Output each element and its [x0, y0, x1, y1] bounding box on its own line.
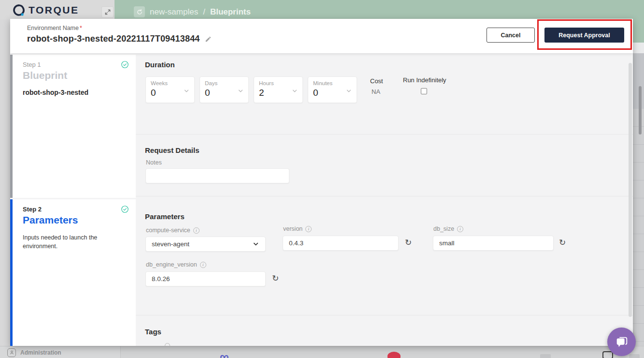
- request-details-section: Request Details Notes: [136, 135, 633, 196]
- info-icon[interactable]: i: [193, 227, 200, 234]
- request-details-heading: Request Details: [145, 146, 200, 154]
- info-icon[interactable]: i: [200, 262, 206, 268]
- reset-db-size-icon[interactable]: ↻: [559, 239, 566, 247]
- step-2-title: Parameters: [23, 214, 78, 226]
- administration-label: Administration: [20, 349, 61, 356]
- info-icon[interactable]: i: [305, 226, 312, 232]
- environment-name-label: Environment Name*: [27, 25, 82, 31]
- sidebar-item-administration[interactable]: Administration: [0, 346, 121, 358]
- modal-content: Duration Weeks 0 Days 0 Hours 2 M: [136, 53, 633, 346]
- compute-service-label: compute-service i: [146, 227, 200, 234]
- launch-environment-modal: Environment Name* robot-shop-3-nested-20…: [10, 19, 633, 346]
- background-table-strip: [633, 19, 644, 358]
- breadcrumb-page[interactable]: Blueprints: [210, 7, 251, 17]
- brand-area: TORQUE: [0, 0, 114, 19]
- hours-select[interactable]: Hours 2: [254, 76, 303, 103]
- step-1-label: Step 1: [23, 61, 41, 68]
- tags-heading: Tags: [145, 328, 161, 336]
- step-complete-check-icon: [121, 205, 129, 215]
- step-complete-check-icon: [121, 60, 129, 71]
- weeks-select[interactable]: Weeks 0: [145, 76, 195, 103]
- step-1-blueprint-card[interactable]: Step 1 Blueprint robot-shop-3-nested: [10, 55, 136, 198]
- duration-heading: Duration: [145, 60, 175, 69]
- db-size-input[interactable]: [433, 236, 554, 251]
- breadcrumb-separator: /: [203, 7, 205, 17]
- step-1-blueprint-name: robot-shop-3-nested: [23, 89, 88, 96]
- background-bottom-strip: Administration ∞: [0, 346, 644, 358]
- notes-label: Notes: [146, 159, 162, 166]
- cost-value: NA: [372, 88, 380, 95]
- top-bar: TORQUE new-samples / Blueprints: [0, 0, 644, 19]
- chevron-down-icon: [183, 88, 190, 96]
- run-indefinitely-checkbox[interactable]: [421, 88, 427, 94]
- step-2-description: Inputs needed to launch the environment.: [23, 233, 119, 251]
- parameters-heading: Parameters: [145, 212, 185, 221]
- minutes-select[interactable]: Minutes 0: [308, 76, 357, 103]
- step-1-title: Blueprint: [23, 70, 67, 81]
- reset-version-icon[interactable]: ↻: [405, 239, 412, 247]
- chevron-down-icon: [345, 88, 352, 96]
- cancel-button[interactable]: Cancel: [487, 28, 535, 43]
- duration-section: Duration Weeks 0 Days 0 Hours 2 M: [136, 53, 633, 134]
- version-label: version i: [283, 225, 312, 232]
- reset-db-engine-version-icon[interactable]: ↻: [272, 274, 279, 283]
- torque-q-icon: [13, 4, 25, 16]
- background-infinity-icon: ∞: [220, 349, 229, 358]
- tags-info-icon: [165, 343, 170, 346]
- step-2-label: Step 2: [23, 206, 42, 213]
- chevron-down-icon: [252, 240, 259, 248]
- info-icon[interactable]: i: [457, 226, 463, 232]
- background-left-strip: [0, 19, 10, 346]
- administration-person-icon: [7, 348, 16, 357]
- step-2-parameters-card[interactable]: Step 2 Parameters Inputs needed to launc…: [10, 199, 136, 346]
- tags-section: Tags: [136, 316, 633, 346]
- run-indefinitely-label: Run Indefinitely: [403, 76, 446, 84]
- screen: TORQUE new-samples / Blueprints: [0, 0, 644, 358]
- edit-pencil-icon[interactable]: [205, 36, 212, 43]
- cost-label: Cost: [370, 77, 383, 85]
- version-input[interactable]: [283, 236, 399, 251]
- chevron-down-icon: [291, 88, 298, 96]
- db-engine-version-label: db_engine_version i: [146, 261, 206, 268]
- logo-text: TORQUE: [29, 4, 79, 16]
- request-approval-button[interactable]: Request Approval: [544, 28, 624, 43]
- modal-scrollbar[interactable]: [629, 63, 632, 317]
- required-asterisk: *: [80, 25, 82, 31]
- environment-name-value: robot-shop-3-nested-20221117T09413844: [27, 34, 200, 44]
- background-red-icon: [387, 352, 401, 358]
- torque-logo: TORQUE: [13, 4, 79, 16]
- chat-widget-button[interactable]: [607, 328, 636, 356]
- days-select[interactable]: Days 0: [200, 76, 249, 103]
- breadcrumb-project[interactable]: new-samples: [150, 7, 198, 17]
- compute-service-select[interactable]: steven-agent: [145, 237, 266, 252]
- chevron-down-icon: [237, 88, 244, 96]
- modal-header: Environment Name* robot-shop-3-nested-20…: [10, 19, 633, 53]
- expand-icon[interactable]: [101, 6, 114, 18]
- breadcrumb: new-samples / Blueprints: [134, 6, 251, 17]
- db-engine-version-input[interactable]: [145, 271, 266, 286]
- notes-input[interactable]: [145, 168, 289, 183]
- db-size-label: db_size i: [433, 225, 463, 232]
- page-scrollbar[interactable]: [639, 86, 642, 134]
- blueprint-icon: [134, 6, 145, 17]
- chat-bubbles-icon: [615, 335, 629, 349]
- parameters-section: Parameters compute-service i steven-agen…: [136, 197, 633, 315]
